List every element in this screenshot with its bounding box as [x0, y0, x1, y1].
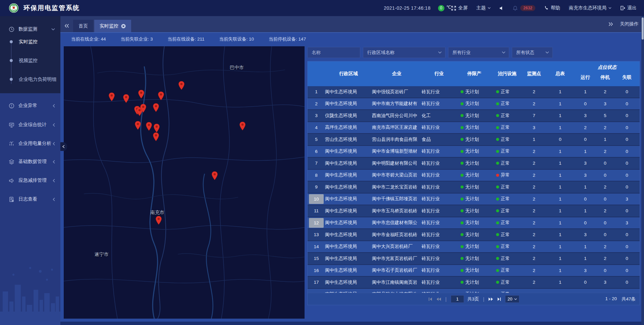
map-canvas[interactable]: 巴中市南充市遂宁市 [64, 46, 305, 319]
sidebar-item-企业异常[interactable]: 企业异常 [0, 99, 60, 113]
tab-close-icon[interactable] [121, 24, 126, 29]
sidebar-item-应急减排管理[interactable]: 应急减排管理 [0, 173, 60, 187]
page-number-input[interactable] [451, 295, 464, 303]
status-dot-icon [461, 198, 464, 201]
table-row[interactable]: 8阆中生态环境局阆中市枣碧大梁山页岩砖瓦行业无计划异常21300 [308, 170, 640, 182]
logout-button[interactable]: 退出 [620, 5, 637, 11]
row-total-meters-cell: 1 [546, 113, 575, 118]
sidebar-item-企业综合统计[interactable]: 企业综合统计 [0, 118, 60, 132]
row-region-cell: 阆中生态环境局 [325, 243, 372, 250]
last-page-button[interactable] [497, 297, 502, 301]
phone-icon [544, 6, 549, 10]
page-scrollbar-thumb[interactable] [642, 17, 644, 40]
status-label: 正常 [501, 256, 510, 262]
table-row[interactable]: 12阆中生态环境局阆中市忠信建材有限公砖瓦行业无计划正常21003 [308, 217, 640, 229]
status-label: 正常 [501, 232, 510, 238]
close-operations-dropdown[interactable]: 关闭操作 [620, 21, 639, 27]
notification-bell[interactable]: 2632 [513, 5, 535, 11]
tab-scroll-left-button[interactable] [60, 20, 73, 32]
sidebar-subitem-企业电力负荷明细[interactable]: 企业电力负荷明细 [0, 74, 60, 85]
chevron-left-icon [53, 142, 55, 146]
sidebar-subitem-视频监控[interactable]: 视频监控 [0, 55, 60, 66]
table-row[interactable]: 3仪陇生态环境局西南油气田分公司川中化工无计划正常71350 [308, 110, 640, 122]
table-row[interactable]: 4高坪生态环境局南充市高坪区王家店建砖瓦行业无计划正常31220 [308, 122, 640, 134]
row-company-cell: 阆中市南方节能建材有 [372, 101, 422, 107]
row-treatment-status-cell: 正常 [492, 208, 522, 214]
row-monitor-points-cell: 2 [522, 161, 546, 166]
table-row[interactable]: 15阆中生态环境局阆中市光富页岩机砖厂砖瓦行业无计划正常21120 [308, 253, 640, 265]
first-page-button[interactable] [428, 297, 433, 301]
row-total-meters-cell: 1 [546, 149, 575, 154]
sidebar-collapse-handle[interactable] [60, 142, 67, 151]
column-header-treatment: 治污设施 [492, 61, 522, 86]
logout-icon [620, 6, 625, 10]
map-pin[interactable] [140, 104, 146, 113]
region-filter-select[interactable]: 行政区域名称 [363, 47, 445, 58]
page-size-select[interactable]: 20 [505, 295, 519, 303]
tab-scroll-right-button[interactable] [608, 22, 613, 26]
status-filter-select[interactable]: 所有状态 [512, 47, 553, 58]
map-pin[interactable] [109, 93, 115, 101]
prev-page-button[interactable] [436, 297, 441, 301]
map-pin[interactable] [153, 132, 159, 141]
row-treatment-status-cell: 正常 [492, 196, 522, 202]
row-treatment-status-cell: 正常 [492, 101, 522, 107]
table-row[interactable]: 16阆中生态环境局阆中市石子页岩机砖厂砖瓦行业无计划正常21300 [308, 265, 640, 277]
map-pin[interactable] [153, 103, 159, 112]
sidebar-item-日志查看[interactable]: 日志查看 [0, 192, 60, 206]
row-treatment-status-cell: 正常 [492, 124, 522, 130]
help-button[interactable]: 帮助 [544, 5, 560, 11]
status-label: 正常 [501, 137, 510, 143]
map-pin[interactable] [158, 92, 164, 100]
industry-filter-select[interactable]: 所有行业 [448, 47, 509, 58]
volume-button[interactable] [499, 6, 504, 10]
sidebar-subitem-实时监控[interactable]: 实时监控 [0, 36, 60, 48]
row-stop-status-cell: 无计划 [457, 172, 492, 178]
table-row[interactable]: 10阆中生态环境局阆中千佛镇五郎垭页岩砖瓦行业无计划正常21003 [308, 194, 640, 206]
table-row[interactable]: 6阆中生态环境局阆中市金博瑞新型墙材砖瓦行业无计划正常21120 [308, 146, 640, 158]
tab-首页[interactable]: 首页 [73, 20, 93, 32]
sidebar-item-基础数据管理[interactable]: 基础数据管理 [0, 155, 60, 169]
table-row[interactable]: 7阆中生态环境局阆中明阳建材有限公司砖瓦行业无计划正常21300 [308, 158, 640, 170]
chevron-left-icon [53, 104, 55, 108]
row-industry-cell: 砖瓦行业 [422, 101, 457, 107]
table-row[interactable]: 5营山生态环境局营山县润丰肉食品有限食品无计划正常10010 [308, 134, 640, 146]
table-row[interactable]: 14阆中生态环境局阆中大兴页岩机砖厂砖瓦行业无计划正常21120 [308, 241, 640, 253]
map-pin[interactable] [135, 121, 141, 130]
status-dot-icon [461, 114, 464, 117]
map-pin[interactable] [156, 216, 162, 225]
page-scrollbar[interactable] [641, 16, 644, 325]
table-row[interactable]: 13阆中生态环境局阆中市金福旺页岩机砖砖瓦行业无计划正常21300 [308, 229, 640, 241]
map-pin[interactable] [138, 90, 144, 99]
map-pin[interactable] [146, 122, 152, 131]
map-pin[interactable] [123, 94, 129, 103]
name-filter-input[interactable] [312, 50, 357, 55]
row-total-meters-cell: 1 [546, 125, 575, 130]
fullscreen-button[interactable]: 全屏 [451, 5, 468, 11]
row-stop-status-cell: 无计划 [457, 267, 492, 273]
table-row[interactable]: 1阆中生态环境局阆中强锐页岩砖厂砖瓦行业无计划正常21120 [308, 86, 640, 98]
sidebar-item-企业用电量分析[interactable]: 企业用电量分析 [0, 137, 60, 151]
row-running-cell: 0 [575, 101, 596, 106]
table-row[interactable]: 2阆中生态环境局阆中市南方节能建材有砖瓦行业无计划正常21030 [308, 98, 640, 110]
table-body: 1阆中生态环境局阆中强锐页岩砖厂砖瓦行业无计划正常211202阆中生态环境局阆中… [308, 86, 640, 293]
tab-实时监控[interactable]: 实时监控 [94, 20, 131, 32]
org-dropdown[interactable]: 南充市生态环境局 [569, 5, 611, 11]
map-pin[interactable] [178, 81, 184, 90]
table-row[interactable]: 18南部生态环境局南部县瑞华土砖有限公砖瓦行业无计划正常60060 [308, 289, 640, 293]
sidebar-item-group-数据监测[interactable]: 数据监测 [0, 22, 60, 36]
name-filter-field[interactable] [307, 47, 360, 58]
row-stopped-cell: 2 [596, 89, 614, 94]
map-pin[interactable] [154, 124, 160, 132]
table-row[interactable]: 17阆中生态环境局阆中市江南镇阆南页岩砖瓦行业无计划正常21030 [308, 277, 640, 289]
next-page-button[interactable] [488, 297, 494, 301]
theme-dropdown[interactable]: 主题 [476, 5, 491, 11]
row-region-cell: 营山生态环境局 [325, 137, 372, 143]
map-pin[interactable] [239, 122, 246, 130]
page-size-value: 20 [507, 296, 512, 302]
status-dot-icon [461, 162, 464, 165]
table-row[interactable]: 9阆中生态环境局阆中市二龙长宝页岩砖砖瓦行业无计划正常21120 [308, 181, 640, 194]
table-row[interactable]: 11阆中生态环境局阆中市五马桥页岩机砖砖瓦行业无计划正常21120 [308, 205, 640, 217]
row-treatment-status-cell: 正常 [492, 148, 522, 154]
map-pin[interactable] [212, 171, 218, 180]
